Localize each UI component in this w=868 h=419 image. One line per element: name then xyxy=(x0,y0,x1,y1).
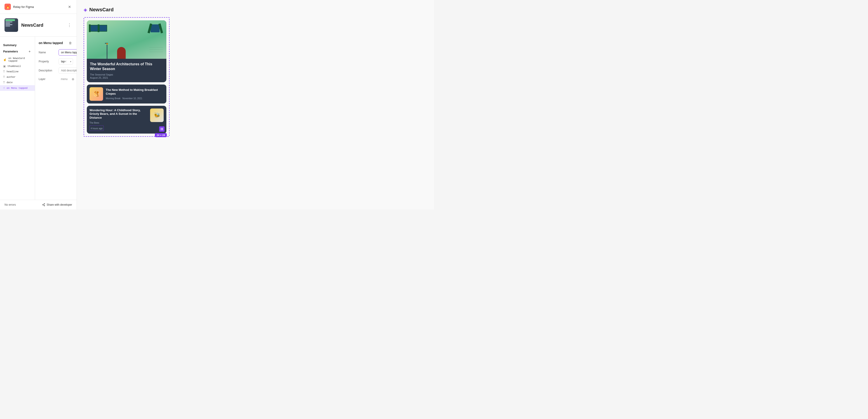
bee-author: The Bees xyxy=(90,122,148,124)
bee-card-content: Wondering Hour: A Childhood Story, Grizz… xyxy=(90,108,164,131)
name-label: Name xyxy=(39,51,57,54)
crepe-title: The New Method to Making Breakfast Crepe… xyxy=(106,88,164,96)
featured-content: The Wonderful Architectures of This Wint… xyxy=(87,59,166,82)
svg-point-1 xyxy=(42,204,43,205)
param-item-headline[interactable]: T headline xyxy=(0,69,35,74)
description-label: Description xyxy=(39,69,57,72)
news-card-preview: The Wonderful Architectures of This Wint… xyxy=(84,17,169,137)
crepe-author: Morning Break xyxy=(106,97,121,100)
param-item-thumbnail[interactable]: ▣ thumbnail xyxy=(0,64,35,69)
params-header: Parameters + xyxy=(0,50,35,56)
description-input[interactable] xyxy=(59,67,76,74)
text-icon: T xyxy=(3,75,5,79)
svg-line-3 xyxy=(43,205,44,205)
text-icon: T xyxy=(3,81,5,84)
app-logo: 🔥 xyxy=(4,4,11,10)
target-button[interactable]: ⊕ xyxy=(72,76,74,82)
property-label: Property xyxy=(39,60,57,63)
crepe-image: 🥞 xyxy=(90,87,103,101)
preview-title: NewsCard xyxy=(89,7,114,13)
share-button[interactable]: Share with developer xyxy=(42,203,72,206)
layer-value: menu xyxy=(59,77,70,81)
property-field-row: Property tap-handler click-handler swipe… xyxy=(39,58,73,65)
param-name: headline xyxy=(6,70,19,73)
property-select[interactable]: tap-handler click-handler swipe-handler xyxy=(59,58,73,65)
menu-dot xyxy=(162,129,163,130)
crepe-meta: Morning Break November 10, 2021 xyxy=(106,97,164,100)
component-name: NewsCard xyxy=(21,23,43,28)
bee-date-selected: 4 hours ago xyxy=(90,125,104,131)
param-name: author xyxy=(6,76,16,78)
detail-header: on Menu tapped 🗑 xyxy=(39,40,73,46)
left-panel: 🔥 Relay for Figma ✕ NewsCard ⋮ xyxy=(0,0,77,210)
crepe-date: November 10, 2021 xyxy=(122,97,142,100)
menu-dot xyxy=(161,128,162,129)
size-badge: 24 × 24 xyxy=(155,133,167,137)
param-item-author[interactable]: T author xyxy=(0,74,35,80)
image-icon: ▣ xyxy=(3,65,6,68)
more-button[interactable]: ⋮ xyxy=(67,22,72,28)
app-header-left: 🔥 Relay for Figma xyxy=(4,4,34,10)
close-button[interactable]: ✕ xyxy=(67,4,72,9)
menu-dot xyxy=(162,128,163,129)
description-field-row: Description xyxy=(39,67,73,74)
component-info: NewsCard xyxy=(4,18,43,32)
tap-icon: ☝ xyxy=(3,86,5,90)
summary-label: Summary xyxy=(3,43,32,47)
name-field-row: Name xyxy=(39,49,73,56)
menu-icon-overlay xyxy=(159,126,164,132)
svg-point-0 xyxy=(44,203,45,204)
param-name: thumbnail xyxy=(7,65,21,68)
property-select-wrapper: tap-handler click-handler swipe-handler … xyxy=(59,58,73,65)
crepe-image-art: 🥞 xyxy=(90,87,103,101)
param-name: date xyxy=(6,81,12,84)
delete-button[interactable]: 🗑 xyxy=(68,40,73,46)
add-param-button[interactable]: + xyxy=(28,50,32,54)
summary-tab: Summary xyxy=(0,40,35,47)
bee-image: 🐝 xyxy=(150,108,164,122)
bee-title: Wondering Hour: A Childhood Story, Grizz… xyxy=(90,108,148,120)
params-label: Parameters xyxy=(3,50,18,53)
panel-body: Summary Parameters + ☝ on NewsCard tappe… xyxy=(0,37,76,200)
featured-image xyxy=(87,20,166,59)
menu-dots xyxy=(161,128,163,130)
panel-footer: No errors Share with developer xyxy=(0,200,76,210)
share-label: Share with developer xyxy=(46,203,72,206)
svg-line-4 xyxy=(43,204,44,204)
featured-title: The Wonderful Architectures of This Wint… xyxy=(90,62,163,71)
bee-card: Wondering Hour: A Childhood Story, Grizz… xyxy=(87,106,166,134)
detail-section: on Menu tapped 🗑 Name Property tap-handl… xyxy=(35,37,76,200)
no-errors-label: No errors xyxy=(4,203,16,206)
component-thumbnail xyxy=(4,18,18,32)
featured-card: The Wonderful Architectures of This Wint… xyxy=(87,20,166,82)
share-icon xyxy=(42,203,45,206)
featured-date: August 25, 2021 xyxy=(90,76,163,79)
detail-title: on Menu tapped xyxy=(39,41,63,45)
app-header: 🔥 Relay for Figma ✕ xyxy=(0,0,76,14)
bee-date: 4 hours ago xyxy=(91,127,103,130)
bee-card-text: Wondering Hour: A Childhood Story, Grizz… xyxy=(90,108,148,131)
name-input[interactable] xyxy=(59,49,76,56)
featured-author: The Seasonal Sagas xyxy=(90,73,163,76)
bee-image-art: 🐝 xyxy=(150,108,164,122)
param-item-date[interactable]: T date xyxy=(0,80,35,85)
news-card-inner: The Wonderful Architectures of This Wint… xyxy=(87,20,166,134)
params-section: Summary Parameters + ☝ on NewsCard tappe… xyxy=(0,37,35,200)
param-name: on Menu tapped xyxy=(6,87,27,90)
preview-title-row: ◈ NewsCard xyxy=(84,7,114,13)
relay-icon: ◈ xyxy=(84,7,87,12)
param-item-on-menu-tapped[interactable]: ☝ on Menu tapped xyxy=(0,85,35,91)
text-icon: T xyxy=(3,70,5,73)
tap-icon: ☝ xyxy=(3,58,6,61)
component-header: NewsCard ⋮ xyxy=(0,14,76,37)
layer-label: Layer xyxy=(39,77,57,81)
svg-point-2 xyxy=(44,205,45,206)
right-panel: ◈ NewsCard xyxy=(77,0,434,210)
param-name: on NewsCard tapped xyxy=(8,57,32,62)
crepe-card: 🥞 The New Method to Making Breakfast Cre… xyxy=(87,85,166,103)
crepe-card-content: The New Method to Making Breakfast Crepe… xyxy=(106,88,164,100)
menu-dot xyxy=(161,129,162,130)
app-title: Relay for Figma xyxy=(13,5,34,8)
param-item-on-newscard-tapped[interactable]: ☝ on NewsCard tapped xyxy=(0,56,35,64)
layer-field-row: Layer menu ⊕ xyxy=(39,76,73,82)
